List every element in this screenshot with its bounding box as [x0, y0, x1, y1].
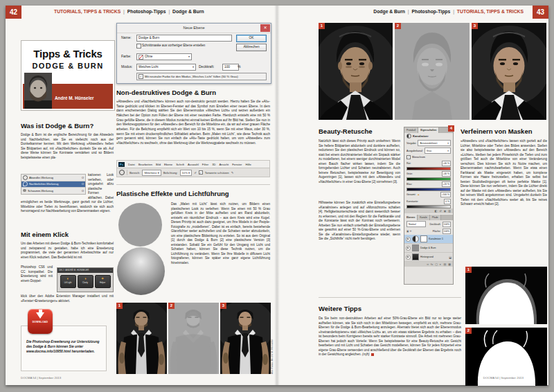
author-photo [24, 73, 52, 109]
vorgabe-dropdown[interactable]: Benutzerdefiniert▾ [418, 140, 451, 146]
tab-ebenen[interactable]: Ebenen [404, 215, 418, 220]
visibility-icon[interactable]: ◉ [444, 209, 447, 213]
rot-value[interactable]: +40 % [442, 161, 451, 166]
neutral-fill-label: Mit neutraler Farbe für den Modus „Weich… [145, 75, 238, 78]
menu-bearbeiten[interactable]: Bearbeiten [138, 163, 152, 166]
layer-row-kanalmixer[interactable]: Kanalmixer 1 [404, 235, 453, 244]
blend-row: Normal Deckkraft: 100% [404, 220, 453, 228]
tool-item-label: Abwedler-Werkzeug [29, 176, 53, 179]
eye-icon[interactable] [406, 255, 411, 260]
download-button[interactable]: DOWNLOAD [28, 309, 53, 334]
menu-bild[interactable]: Bild [156, 163, 161, 166]
tab-eigenschaften[interactable]: Eigenschaften [418, 127, 439, 133]
extension-panel-buttons: ◐Lift Light ◑Clarity ✦Helper [57, 273, 113, 290]
bereich-dropdown[interactable]: Mitteltöne ▾ [142, 170, 161, 176]
trash-icon[interactable]: ▦ [448, 262, 451, 266]
menu-filter[interactable]: Filter [202, 163, 208, 166]
layer-row-hintergrund[interactable]: Hintergrund ⬓ [404, 253, 453, 262]
folder-icon[interactable]: ▤ [443, 262, 446, 266]
belichtung-dropdown[interactable]: 10% ▾ [180, 170, 193, 176]
portrait-retusche-ergebnis: 3 [472, 23, 546, 120]
tool-shortcut: O [82, 182, 84, 186]
deckkraft-value[interactable]: 100% [443, 222, 451, 227]
tonwerte-checkbox[interactable]: ✓ [199, 170, 203, 175]
plastisch-paragraph: Das „Malen mit Licht“ lässt sich nutzen,… [171, 202, 270, 265]
section-heading-nondestruktiv: Non-destruktives Dodge & Burn [116, 89, 216, 96]
tab-protokoll[interactable]: Protokoll [404, 127, 418, 133]
sphere-figure [117, 247, 165, 295]
klick-paragraph-b: Photoshop CS6 und CC kompatibel. Die Erw… [21, 265, 53, 283]
dialog-close-button[interactable]: ✕ [260, 24, 270, 32]
dodge-tool-icon [119, 170, 125, 175]
figure-badge: 4 [448, 125, 454, 132]
tool-shortcut: O [82, 176, 84, 179]
runhead-section: TUTORIALS, TIPPS & TRICKS [54, 9, 120, 14]
tool-item-schwamm[interactable]: Schwamm-Werkzeug O [21, 188, 85, 194]
layer-row-dodge-burn[interactable]: Dodge & Burn [404, 244, 453, 253]
reset-icon[interactable]: ↺ [439, 209, 441, 213]
helper-button[interactable]: ✦Helper [95, 275, 111, 288]
tab-pfade[interactable]: Pfade [430, 215, 441, 220]
tool-item-abwedler[interactable]: Abwedler-Werkzeug O [21, 175, 85, 181]
flaeche-value[interactable]: 100% [443, 229, 451, 234]
ausgabekanal-dropdown[interactable]: Grau▾ [425, 148, 451, 154]
clipping-mask-checkbox[interactable] [136, 44, 141, 48]
fx-icon[interactable]: fx [431, 262, 433, 266]
menu-fenster[interactable]: Fenster [232, 163, 242, 166]
airbrush-icon[interactable]: ✐ [194, 171, 197, 175]
clarity-button[interactable]: ◑Clarity [78, 275, 93, 288]
chevron-down-icon: ▾ [193, 64, 194, 70]
menu-auswahl[interactable]: Auswahl [188, 163, 199, 166]
tool-item-nachbelichter[interactable]: Nachbelichter-Werkzeug O [21, 181, 85, 188]
adjustment-icon[interactable]: ◐ [440, 262, 441, 266]
konstante-value[interactable]: 0 % [444, 199, 451, 204]
menu-datei[interactable]: Datei [128, 163, 135, 166]
farbe-dropdown[interactable]: Ohne ▾ [136, 53, 192, 60]
mask-badge: 2 [465, 328, 472, 334]
delete-icon[interactable]: ▥ [448, 209, 451, 213]
mask-icon[interactable]: ▢ [435, 262, 438, 266]
monochrom-checkbox[interactable]: ✓ [406, 155, 411, 159]
running-head-left: TUTORIALS, TIPPS & TRICKS | Photoshop-Ti… [54, 9, 204, 14]
extension-panel-screenshot: DB 2 / ANDRÉ M. HÜNSELER – ◐Lift Light ◑… [57, 267, 114, 292]
menu-ebene[interactable]: Ebene [164, 163, 172, 166]
modus-dropdown[interactable]: Weiches Licht ▾ [136, 64, 196, 71]
tab-kanaele[interactable]: Kanäle [418, 215, 430, 220]
lock-icons[interactable]: ▣✛ [406, 230, 412, 233]
warning-icon: ▲ [418, 193, 420, 196]
layer-name-input[interactable]: Dodge & Burn [136, 35, 232, 42]
verfeinern-paragraph: »Abwedler« und »Nachbelichter« lassen si… [461, 139, 547, 207]
chevron-down-icon: ▾ [447, 150, 449, 152]
menu-ansicht[interactable]: Ansicht [220, 163, 229, 166]
ok-button[interactable]: OK [236, 35, 267, 42]
eye-icon[interactable] [406, 246, 411, 251]
chevron-down-icon: ▾ [447, 142, 449, 145]
lift-light-button[interactable]: ◐Lift Light [60, 275, 76, 288]
menu-schrift[interactable]: Schrift [176, 163, 184, 166]
blau-value[interactable]: +20 % [442, 181, 451, 187]
blendmode-dropdown[interactable]: Normal [406, 221, 426, 227]
eye-icon[interactable] [406, 237, 411, 242]
extension-button-label: Lift Light [64, 281, 72, 284]
link-icon[interactable]: ∞ [427, 262, 429, 266]
section-divider [116, 184, 270, 185]
runhead-separator: | [167, 9, 171, 14]
deckkraft-input[interactable]: 100 [222, 64, 239, 71]
menu-hilfe[interactable]: Hilfe [245, 163, 251, 166]
properties-tabs: Protokoll Eigenschaften [404, 127, 453, 133]
gruen-value[interactable]: +40 % [442, 171, 451, 177]
footer-right: DOCMA 54 | September 2013 [483, 376, 524, 380]
clip-icon[interactable]: ◧ [435, 209, 438, 213]
bereich-value: Mitteltöne [144, 171, 157, 175]
cancel-button[interactable]: Abbrechen [236, 44, 267, 51]
neutral-fill-checkbox[interactable]: ✓ [138, 74, 143, 79]
farbe-value: Ohne [145, 54, 152, 60]
lock-row: ▣✛ Fläche: 100% [404, 228, 453, 235]
menu-3d[interactable]: 3D [212, 163, 215, 166]
photo-badge: 3 [472, 23, 478, 29]
neutral-fill-row: ✓ Mit neutraler Farbe für den Modus „Wei… [136, 73, 267, 80]
adjustment-icon [406, 134, 411, 139]
photo-badge: 2 [168, 303, 175, 309]
collapse-icon[interactable]: – [110, 268, 111, 273]
brush-panel-icon[interactable]: ✎ [231, 171, 234, 175]
